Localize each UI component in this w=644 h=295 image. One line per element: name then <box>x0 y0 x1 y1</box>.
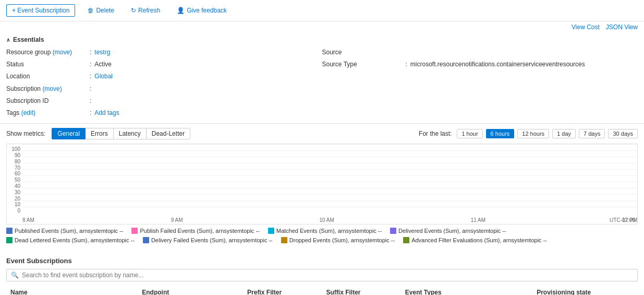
tags-edit-link[interactable]: (edit) <box>21 109 35 116</box>
time-1hour[interactable]: 1 hour <box>457 129 482 138</box>
time-selector: For the last: 1 hour 6 hours 12 hours 1 … <box>419 129 638 138</box>
legend-color-publish-failed <box>131 228 138 234</box>
feedback-icon: 👤 <box>177 7 185 14</box>
refresh-icon: ↻ <box>131 7 136 14</box>
col-provisioning-state: Provisioning state <box>532 289 638 295</box>
legend-item: Dropped Events (Sum), arnsystemtopic -- <box>281 237 395 243</box>
col-prefix-filter: Prefix Filter <box>243 289 322 295</box>
search-bar: 🔍 <box>6 269 638 281</box>
legend-item: Published Events (Sum), arnsystemtopic -… <box>6 228 123 234</box>
refresh-button[interactable]: ↻ Refresh <box>127 5 164 16</box>
metrics-header: Show metrics: General Errors Latency Dea… <box>6 128 638 139</box>
event-subscriptions-title: Event Subscriptions <box>6 257 638 265</box>
chart-legend: Published Events (Sum), arnsystemtopic -… <box>6 225 638 247</box>
essentials-header: ∧ Essentials <box>6 36 638 43</box>
legend-color-matched <box>268 228 274 234</box>
tab-general[interactable]: General <box>52 128 86 139</box>
metrics-section: Show metrics: General Errors Latency Dea… <box>0 124 644 252</box>
essentials-grid: Resource group (move) : testrg Status : … <box>6 48 638 118</box>
search-input[interactable] <box>22 272 633 279</box>
view-cost-link[interactable]: View Cost <box>572 23 600 31</box>
add-event-subscription-button[interactable]: + Event Subscription <box>6 4 75 17</box>
legend-item: Dead Lettered Events (Sum), arnsystemtop… <box>6 237 135 243</box>
col-name: Name <box>6 289 138 295</box>
location-row: Location : Global <box>6 72 322 81</box>
event-subscriptions-section: Event Subscriptions 🔍 Name Endpoint Pref… <box>0 252 644 295</box>
col-event-types: Event Types <box>401 289 532 295</box>
resource-group-row: Resource group (move) : testrg <box>6 48 322 57</box>
add-tags-link[interactable]: Add tags <box>94 108 119 118</box>
legend-color-delivered <box>390 228 396 234</box>
tags-row: Tags (edit) : Add tags <box>6 108 322 118</box>
essentials-left: Resource group (move) : testrg Status : … <box>6 48 322 118</box>
time-6hours[interactable]: 6 hours <box>486 129 515 138</box>
toolbar: + Event Subscription 🗑 Delete ↻ Refresh … <box>0 0 644 21</box>
time-label: For the last: <box>419 130 452 137</box>
legend-item: Matched Events (Sum), arnsystemtopic -- <box>268 228 382 234</box>
subscription-id-row: Subscription ID : <box>6 96 322 106</box>
chart-area: 100 90 80 70 60 50 40 30 20 10 0 <box>6 144 638 225</box>
legend-item: Advanced Filter Evaluations (Sum), arnsy… <box>403 237 547 243</box>
legend-color-published <box>6 228 13 234</box>
chart-inner <box>22 144 637 214</box>
legend-color-delivery-failed <box>143 237 149 243</box>
feedback-button[interactable]: 👤 Give feedback <box>173 5 231 16</box>
status-row: Status : Active <box>6 60 322 69</box>
legend-item: Delivered Events (Sum), arnsystemtopic -… <box>390 228 506 234</box>
subscription-move-link[interactable]: (move) <box>42 85 62 92</box>
chart-utc-label: UTC-07:00 <box>610 217 635 223</box>
location-value[interactable]: Global <box>94 72 113 81</box>
source-type-row: Source Type : microsoft.resourcenotifica… <box>322 60 638 69</box>
col-endpoint: Endpoint <box>138 289 243 295</box>
table-header: Name Endpoint Prefix Filter Suffix Filte… <box>6 286 638 295</box>
resource-group-move-link[interactable]: (move) <box>53 49 72 56</box>
subscription-row: Subscription (move) : <box>6 84 322 94</box>
time-30days[interactable]: 30 days <box>608 129 638 138</box>
time-7days[interactable]: 7 days <box>579 129 605 138</box>
legend-item: Delivery Failed Events (Sum), arnsystemt… <box>143 237 273 243</box>
chart-grid <box>22 144 637 214</box>
chart-x-labels: 8 AM 9 AM 10 AM 11 AM 12 PM <box>22 216 637 224</box>
legend-color-dropped <box>281 237 287 243</box>
tab-dead-letter[interactable]: Dead-Letter <box>147 128 190 139</box>
legend-item: Publish Failed Events (Sum), arnsystemto… <box>131 228 259 234</box>
time-1day[interactable]: 1 day <box>552 129 576 138</box>
essentials-right: Source Source Type : microsoft.resourcen… <box>322 48 638 118</box>
json-view-link[interactable]: JSON View <box>606 23 638 31</box>
legend-color-advanced-filter <box>403 237 409 243</box>
essentials-section: ∧ Essentials Resource group (move) : tes… <box>0 31 644 124</box>
chart-y-axis: 100 90 80 70 60 50 40 30 20 10 0 <box>7 144 22 214</box>
metrics-tabs: General Errors Latency Dead-Letter <box>52 128 190 139</box>
resource-group-value[interactable]: testrg <box>94 48 110 57</box>
essentials-wrapper: View Cost JSON View ∧ Essentials Resourc… <box>0 21 644 124</box>
source-row: Source <box>322 48 638 57</box>
legend-color-dead-lettered <box>6 237 13 243</box>
essentials-chevron-icon: ∧ <box>6 37 10 43</box>
tab-latency[interactable]: Latency <box>114 128 147 139</box>
search-icon: 🔍 <box>11 272 19 279</box>
metrics-label: Show metrics: <box>6 130 45 137</box>
time-12hours[interactable]: 12 hours <box>517 129 549 138</box>
tab-errors[interactable]: Errors <box>86 128 114 139</box>
delete-icon: 🗑 <box>88 7 94 14</box>
delete-button[interactable]: 🗑 Delete <box>83 5 118 16</box>
col-suffix-filter: Suffix Filter <box>322 289 400 295</box>
